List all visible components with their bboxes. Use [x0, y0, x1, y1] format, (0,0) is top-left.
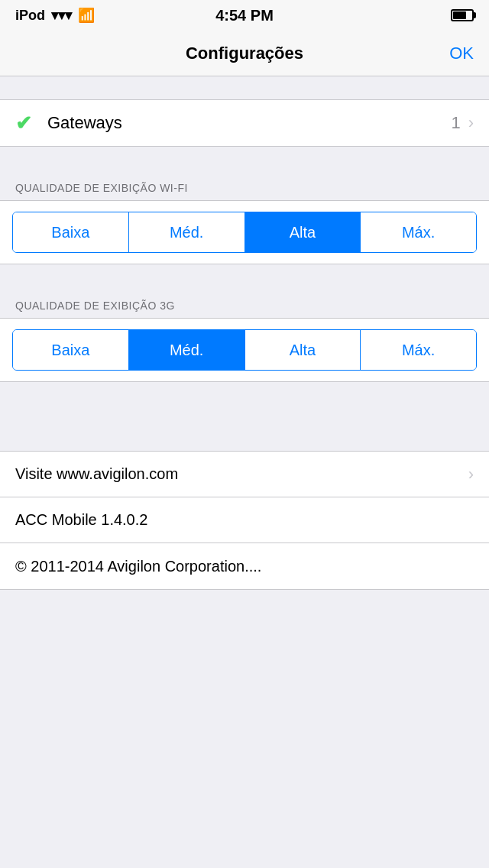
3g-med-button[interactable]: Méd.	[129, 330, 245, 370]
battery-fill	[453, 11, 466, 19]
3g-med-label: Méd.	[170, 342, 203, 359]
wifi-quality-control: Baixa Méd. Alta Máx.	[12, 212, 477, 253]
wifi-med-button[interactable]: Méd.	[129, 212, 245, 252]
status-time: 4:54 PM	[215, 7, 274, 24]
wifi-quality-header: QUALIDADE DE EXIBIÇÃO WI-FI	[0, 170, 489, 200]
3g-quality-header: QUALIDADE DE EXIBIÇÃO 3G	[0, 287, 489, 318]
copyright-label: © 2011-2014 Avigilon Corporation....	[15, 558, 474, 575]
spacer-3	[0, 382, 489, 428]
3g-baixa-label: Baixa	[51, 342, 89, 359]
wifi-max-label: Máx.	[402, 224, 435, 241]
spacer-2	[0, 264, 489, 287]
copyright-row: © 2011-2014 Avigilon Corporation....	[0, 543, 489, 589]
footer-section: Visite www.avigilon.com › ACC Mobile 1.4…	[0, 451, 489, 590]
checkmark-icon: ✔	[15, 112, 32, 135]
ok-button[interactable]: OK	[449, 44, 474, 63]
3g-max-button[interactable]: Máx.	[361, 330, 476, 370]
top-spacer	[0, 76, 489, 99]
wifi-max-button[interactable]: Máx.	[361, 212, 476, 252]
carrier-label: iPod	[15, 8, 45, 24]
version-label: ACC Mobile 1.4.0.2	[15, 511, 474, 529]
status-right	[451, 9, 474, 21]
gateways-section: ✔ Gateways 1 ›	[0, 99, 489, 147]
bottom-spacer	[0, 590, 489, 620]
nav-bar: Configurações OK	[0, 31, 489, 76]
wifi-baixa-label: Baixa	[51, 224, 89, 241]
nav-title: Configurações	[186, 44, 303, 63]
wifi-med-label: Méd.	[170, 224, 203, 241]
battery-icon	[451, 9, 474, 21]
gateways-count: 1	[451, 113, 460, 133]
version-row: ACC Mobile 1.4.0.2	[0, 497, 489, 543]
wifi-quality-section: Baixa Méd. Alta Máx.	[0, 200, 489, 264]
wifi-baixa-button[interactable]: Baixa	[13, 212, 129, 252]
3g-quality-control: Baixa Méd. Alta Máx.	[12, 329, 477, 371]
3g-baixa-button[interactable]: Baixa	[13, 330, 129, 370]
wifi-signal-icon: 📶	[78, 7, 95, 24]
visit-label: Visite www.avigilon.com	[15, 465, 468, 483]
3g-max-label: Máx.	[402, 342, 435, 359]
3g-alta-label: Alta	[290, 342, 316, 359]
visit-row[interactable]: Visite www.avigilon.com ›	[0, 452, 489, 497]
3g-quality-section: Baixa Méd. Alta Máx.	[0, 318, 489, 382]
wifi-alta-button[interactable]: Alta	[245, 212, 361, 252]
3g-alta-button[interactable]: Alta	[245, 330, 361, 370]
gateways-chevron-icon: ›	[468, 113, 474, 133]
spacer-1	[0, 147, 489, 170]
wifi-alta-label: Alta	[290, 224, 316, 241]
gateways-row[interactable]: ✔ Gateways 1 ›	[0, 100, 489, 146]
gateways-label: Gateways	[47, 113, 451, 133]
status-left: iPod ▾▾▾ 📶	[15, 7, 95, 24]
status-bar: iPod ▾▾▾ 📶 4:54 PM	[0, 0, 489, 31]
visit-chevron-icon: ›	[468, 465, 474, 484]
wifi-icon: ▾▾▾	[51, 7, 72, 24]
